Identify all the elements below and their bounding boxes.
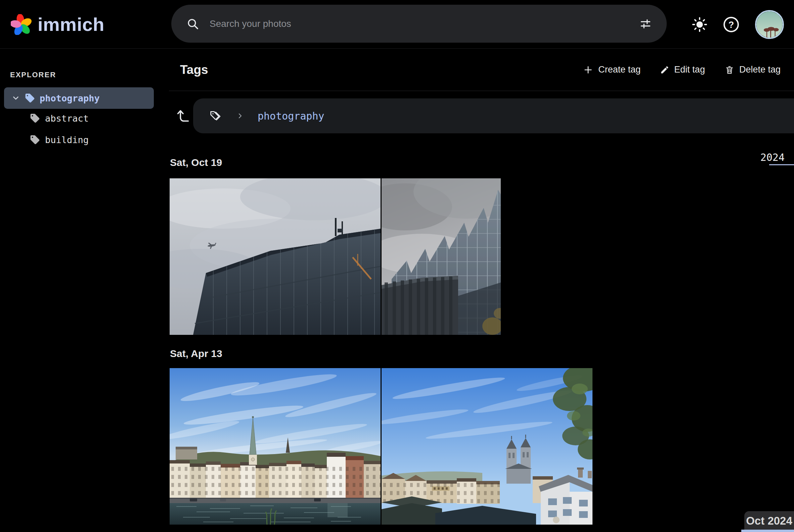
scrubber-tooltip: Oct 2024	[744, 511, 794, 532]
chevron-down-icon[interactable]	[12, 94, 20, 102]
immich-wordmark: immich	[38, 14, 105, 35]
tag-icon	[30, 134, 40, 145]
edit-tag-button[interactable]: Edit tag	[660, 64, 705, 75]
sun-icon	[692, 17, 707, 32]
search-icon	[186, 17, 200, 31]
sidebar-item-abstract[interactable]: abstract	[0, 109, 169, 128]
breadcrumb-current[interactable]: photography	[258, 110, 324, 122]
photo-thumbnail[interactable]	[381, 178, 501, 335]
chevron-right-icon	[236, 112, 244, 120]
create-tag-label: Create tag	[598, 64, 641, 75]
date-group-header: Sat, Oct 19	[170, 157, 222, 168]
create-tag-button[interactable]: Create tag	[583, 64, 641, 75]
main-content: Tags Create tag Edit tag De	[169, 49, 794, 532]
plus-icon	[583, 64, 593, 75]
delete-tag-label: Delete tag	[739, 64, 780, 75]
theme-toggle-button[interactable]	[692, 17, 707, 32]
photo-image	[381, 368, 592, 525]
search-bar[interactable]	[171, 5, 667, 43]
photo-image	[170, 368, 380, 525]
edit-tag-label: Edit tag	[674, 64, 705, 75]
explorer-sidebar: EXPLORER photography abstract building	[0, 49, 169, 532]
year-marker-line	[769, 164, 794, 165]
delete-tag-button[interactable]: Delete tag	[724, 64, 780, 75]
sidebar-item-building[interactable]: building	[0, 130, 169, 149]
photo-image	[381, 178, 501, 335]
tag-icon	[30, 113, 40, 124]
breadcrumb-bar: photography	[193, 98, 794, 133]
photo-thumbnail[interactable]	[381, 368, 592, 525]
photo-thumbnail[interactable]	[170, 178, 380, 335]
user-avatar[interactable]	[755, 10, 784, 39]
svg-text:?: ?	[729, 19, 734, 30]
app-logo[interactable]: immich	[11, 0, 105, 49]
search-filter-icon[interactable]	[639, 17, 652, 30]
avatar-image	[756, 12, 782, 38]
help-icon: ?	[723, 16, 740, 33]
tags-icon	[209, 110, 222, 122]
scrubber-tooltip-label: Oct 2024	[746, 515, 792, 527]
photo-image	[170, 178, 380, 335]
photo-thumbnail[interactable]	[170, 368, 380, 525]
trash-icon	[724, 65, 735, 75]
explorer-section-label: EXPLORER	[10, 71, 169, 79]
page-title: Tags	[180, 63, 208, 77]
tag-icon	[24, 93, 35, 103]
scrubber-position-line[interactable]	[741, 530, 794, 532]
date-group-header: Sat, Apr 13	[170, 348, 222, 359]
breadcrumb: photography	[169, 98, 794, 133]
search-input[interactable]	[210, 18, 639, 29]
arrow-up-left-icon	[175, 108, 191, 124]
sidebar-item-label: building	[45, 135, 89, 145]
pencil-icon	[660, 65, 669, 75]
sidebar-item-photography[interactable]: photography	[4, 87, 154, 109]
sidebar-item-label: abstract	[45, 113, 89, 124]
sidebar-item-label: photography	[40, 93, 100, 103]
help-button[interactable]: ?	[723, 16, 740, 33]
immich-flower-icon	[11, 14, 32, 35]
year-marker: 2024	[760, 151, 784, 163]
app-header: immich ?	[0, 0, 794, 49]
back-button[interactable]	[173, 106, 193, 126]
